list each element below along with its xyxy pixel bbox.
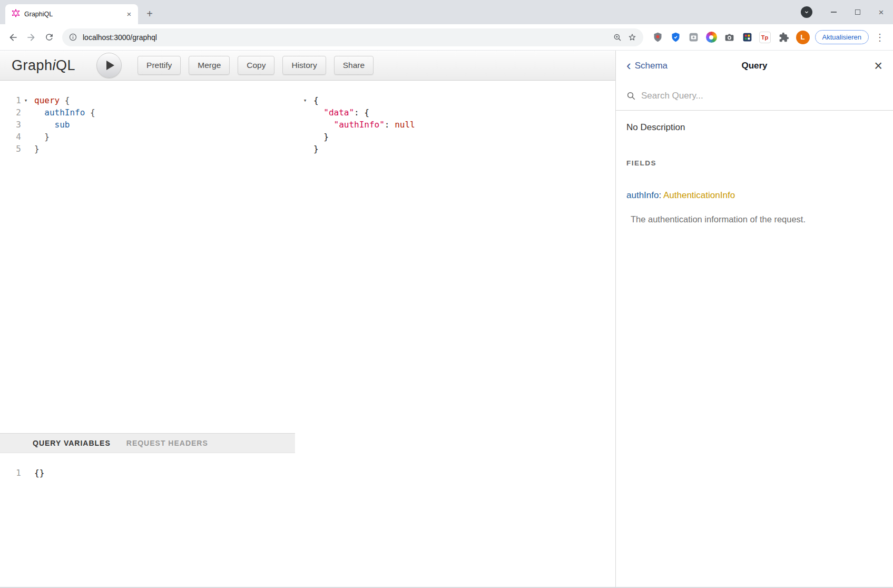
result-line: "authInfo": null (300, 119, 615, 131)
address-bar[interactable]: localhost:3000/graphql (62, 28, 643, 46)
editor-line[interactable]: 1 ▾ query { (0, 94, 295, 106)
code-text: { (310, 94, 319, 106)
prettify-button[interactable]: Prettify (138, 56, 181, 75)
query-editor[interactable]: 1 ▾ query { 2 authInfo { 3 s (0, 81, 295, 433)
chevron-left-icon: ‹ (626, 58, 631, 72)
variables-title-bar: QUERY VARIABLES REQUEST HEADERS (0, 433, 295, 453)
field-entry: authInfo: AuthenticationInfo (626, 190, 882, 201)
line-number: 4 (0, 131, 21, 143)
browser-window: GraphiQL × + × (0, 0, 893, 588)
close-button[interactable]: × (869, 0, 893, 24)
field-description: The authentication information of the re… (631, 214, 882, 224)
doc-close-icon[interactable]: × (874, 59, 882, 73)
new-tab-button[interactable]: + (142, 6, 157, 21)
editor-line[interactable]: 5 } (0, 143, 295, 155)
graphql-favicon-icon (12, 9, 20, 19)
search-icon (626, 91, 636, 101)
code-text: } (310, 143, 319, 155)
variables-editor[interactable]: 1 {} (0, 453, 295, 587)
doc-content: No Description FIELDS authInfo: Authenti… (616, 111, 893, 236)
line-number: 1 (0, 94, 21, 106)
graphiql-left-area: GraphiQL Prettify Merge Copy History Sha… (0, 51, 615, 587)
toolbar: Prettify Merge Copy History Share (138, 56, 374, 75)
page-info-icon[interactable] (68, 33, 77, 42)
editor-line[interactable]: 4 } (0, 131, 295, 143)
forward-button[interactable] (22, 28, 40, 46)
zoom-icon[interactable] (613, 33, 622, 42)
doc-title: Query (741, 61, 767, 71)
window-controls: × (801, 0, 893, 24)
merge-button[interactable]: Merge (189, 56, 230, 75)
update-button[interactable]: Aktualisieren (815, 30, 869, 44)
code-text: query { (31, 94, 70, 106)
pixel-grid-icon[interactable] (741, 31, 753, 43)
editor-line[interactable]: 3 sub (0, 119, 295, 131)
fold-arrow-icon[interactable]: ▾ (21, 94, 31, 106)
browser-tab[interactable]: GraphiQL × (5, 4, 138, 24)
editor-column: 1 ▾ query { 2 authInfo { 3 s (0, 81, 295, 587)
browser-navbar: localhost:3000/graphql (0, 24, 893, 51)
tab-request-headers[interactable]: REQUEST HEADERS (126, 439, 208, 447)
code-text: sub (31, 119, 70, 131)
doc-search-bar (616, 81, 893, 111)
fields-section-header: FIELDS (626, 159, 882, 167)
history-button[interactable]: History (282, 56, 326, 75)
execute-button[interactable] (96, 53, 122, 78)
doc-back-label: Schema (635, 61, 668, 71)
code-text: } (31, 143, 40, 155)
share-button[interactable]: Share (334, 56, 374, 75)
minimize-button[interactable] (822, 0, 846, 24)
tab-strip: GraphiQL × + × (0, 0, 893, 24)
tab-query-variables[interactable]: QUERY VARIABLES (33, 439, 111, 447)
profile-avatar[interactable]: L (796, 31, 810, 44)
code-text: } (310, 131, 329, 143)
graphiql-logo: GraphiQL (12, 57, 75, 74)
code-text: authInfo { (31, 106, 95, 119)
code-text: {} (31, 467, 44, 479)
doc-explorer-header: ‹ Schema Query × (616, 51, 893, 81)
camera-icon[interactable] (723, 31, 735, 43)
bookmark-star-icon[interactable] (627, 33, 637, 42)
line-number: 3 (0, 119, 21, 131)
tab-search-chevron-icon[interactable] (801, 6, 812, 18)
graphiql-topbar: GraphiQL Prettify Merge Copy History Sha… (0, 51, 615, 81)
editor-line[interactable]: 2 authInfo { (0, 106, 295, 119)
fold-arrow-icon[interactable]: ▾ (300, 94, 310, 106)
blue-shield-icon[interactable] (670, 31, 682, 43)
url-text: localhost:3000/graphql (83, 33, 607, 42)
result-line: ▾ { (300, 94, 615, 106)
code-text: "authInfo": null (310, 119, 415, 131)
code-text: "data": { (310, 106, 369, 119)
doc-back-link[interactable]: ‹ Schema (626, 60, 668, 72)
copy-button[interactable]: Copy (238, 56, 274, 75)
editor-panes: 1 ▾ query { 2 authInfo { 3 s (0, 81, 615, 587)
type-description: No Description (626, 122, 882, 133)
doc-explorer: ‹ Schema Query × No Description FIELDS a… (615, 51, 893, 587)
result-line: } (300, 131, 615, 143)
editor-line[interactable]: 1 {} (0, 467, 295, 479)
doc-search-input[interactable] (641, 91, 882, 101)
line-number: 1 (0, 467, 21, 479)
reload-button[interactable] (40, 28, 58, 46)
result-line: } (300, 143, 615, 155)
extensions-puzzle-icon[interactable] (775, 28, 793, 46)
result-viewer: ▾ { "data": { "authInfo": null } (295, 81, 615, 587)
tampermonkey-icon[interactable]: Tp (759, 32, 771, 43)
line-number: 2 (0, 106, 21, 119)
extensions-row: Tp (652, 31, 771, 43)
play-icon (106, 61, 114, 70)
code-text: } (31, 131, 50, 143)
maximize-button[interactable] (846, 0, 869, 24)
tab-title: GraphiQL (24, 11, 124, 18)
menu-dots-icon[interactable]: ⋮ (871, 28, 889, 46)
back-button[interactable] (4, 28, 22, 46)
graphiql-app: GraphiQL Prettify Merge Copy History Sha… (0, 51, 893, 588)
shield-icon[interactable] (652, 31, 664, 43)
tab-close-icon[interactable]: × (124, 9, 134, 19)
field-name-link[interactable]: authInfo (626, 190, 659, 200)
result-line: "data": { (300, 106, 615, 119)
field-type-link[interactable]: AuthenticationInfo (663, 190, 735, 200)
color-wheel-icon[interactable] (705, 31, 718, 43)
line-number: 5 (0, 143, 21, 155)
screenshot-icon[interactable] (688, 31, 700, 43)
